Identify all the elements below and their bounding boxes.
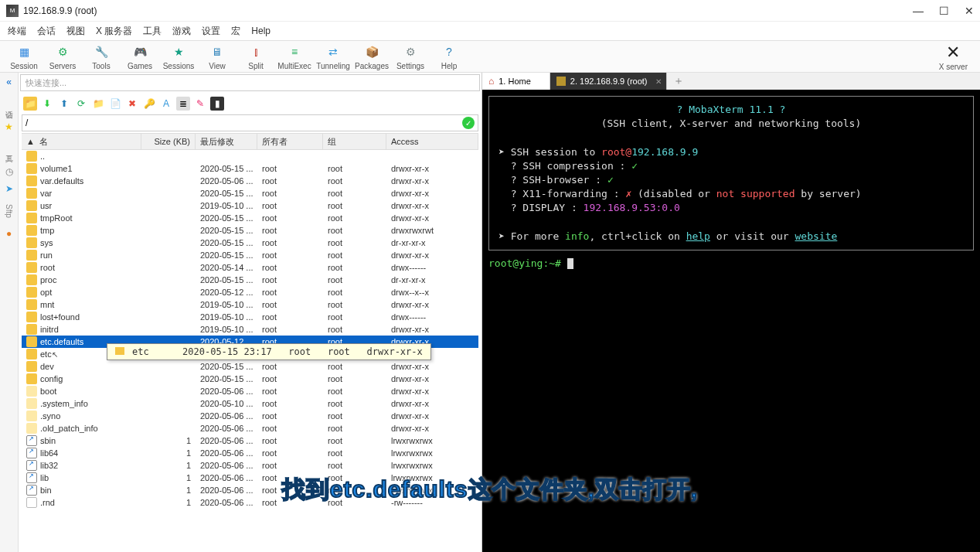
send-icon[interactable]: ➤	[3, 182, 15, 195]
col-group[interactable]: 组	[323, 134, 386, 149]
tool-help[interactable]: ?Help	[430, 41, 468, 72]
file-row[interactable]: initrd2019-05-10 ...rootrootdrwxr-xr-x	[22, 323, 478, 336]
file-row[interactable]: boot2020-05-06 ...rootrootdrwxr-xr-x	[22, 385, 478, 397]
key-icon[interactable]: 🔑	[142, 97, 156, 111]
file-row[interactable]: .system_info2020-05-10 ...rootrootdrwxr-…	[22, 397, 478, 410]
edit-icon[interactable]: ✎	[193, 97, 207, 111]
file-row[interactable]: run2020-05-15 ...rootrootdrwxr-xr-x	[22, 249, 478, 261]
link-icon	[26, 472, 37, 483]
tab-home[interactable]: ⌂1. Home	[482, 73, 550, 90]
file-row[interactable]: volume12020-05-15 ...rootrootdrwxr-xr-x	[22, 162, 478, 175]
terminal-cursor	[567, 258, 573, 269]
multiexec-icon: ≡	[286, 43, 303, 60]
file-row[interactable]: mnt2019-05-10 ...rootrootdrwxr-xr-x	[22, 298, 478, 311]
history-icon[interactable]: ◷	[3, 165, 15, 178]
link-icon	[26, 435, 37, 446]
maximize-button[interactable]: ☐	[939, 5, 949, 17]
menu-item[interactable]: 会话	[37, 25, 56, 38]
close-button[interactable]: ✕	[965, 5, 974, 17]
file-row[interactable]: sbin12020-05-06 ...rootrootlrwxrwxrwx	[22, 434, 478, 447]
menu-item[interactable]: 设置	[202, 25, 220, 38]
tool-servers[interactable]: ⚙Servers	[43, 41, 82, 72]
tool-split[interactable]: ⫿Split	[236, 41, 275, 72]
col-size[interactable]: Size (KB)	[141, 134, 196, 149]
tool-multiexec[interactable]: ≡MultiExec	[275, 41, 314, 72]
col-name[interactable]: ▲名	[22, 134, 141, 149]
star-icon[interactable]: ★	[3, 121, 15, 133]
folder-icon	[26, 312, 37, 322]
side-sftp[interactable]: Sftp	[3, 199, 15, 223]
file-row[interactable]: lib6412020-05-06 ...rootrootlrwxrwxrwx	[22, 447, 478, 459]
help-link[interactable]: help	[686, 230, 710, 242]
delete-icon[interactable]: ✖	[125, 97, 139, 111]
file-row[interactable]: lost+found2019-05-10 ...rootrootdrwx----…	[22, 311, 478, 323]
menu-item[interactable]: 宏	[231, 25, 240, 38]
list-icon[interactable]: ≣	[176, 97, 190, 111]
minimize-button[interactable]: —	[913, 5, 924, 17]
file-row[interactable]: tmp2020-05-15 ...rootrootdrwxrwxrwt	[22, 224, 478, 237]
file-row[interactable]: lib3212020-05-06 ...rootrootlrwxrwxrwx	[22, 459, 478, 472]
split-icon: ⫿	[247, 43, 264, 60]
close-tab-icon[interactable]: ✕	[655, 77, 662, 86]
newfile-icon[interactable]: 📄	[108, 97, 122, 111]
tab-session[interactable]: 2. 192.168.9.9 (root)✕	[550, 73, 667, 90]
menu-item[interactable]: 游戏	[172, 25, 191, 38]
file-row[interactable]: dev2020-05-15 ...rootrootdrwxr-xr-x	[22, 360, 478, 373]
menu-item[interactable]: 终端	[8, 25, 26, 38]
parent-dir-row[interactable]: ..	[22, 150, 478, 162]
menu-item[interactable]: X 服务器	[96, 25, 132, 38]
side-tab-bar: « 会话 ★ 工具 ◷ ➤ Sftp ●	[0, 73, 19, 552]
menu-item[interactable]: 工具	[143, 25, 162, 38]
side-sessions[interactable]: 会话	[3, 93, 15, 116]
sftp-toolbar: 📁 ⬇ ⬆ ⟳ 📁 📄 ✖ 🔑 A ≣ ✎ ▮	[20, 94, 480, 113]
file-row[interactable]: var2020-05-15 ...rootrootdrwxr-xr-x	[22, 187, 478, 199]
file-row[interactable]: opt2020-05-12 ...rootrootdrwx--x--x	[22, 286, 478, 298]
file-row[interactable]: proc2020-05-15 ...rootrootdr-xr-xr-x	[22, 274, 478, 286]
refresh-icon[interactable]: ⟳	[74, 97, 88, 111]
col-owner[interactable]: 所有者	[257, 134, 323, 149]
xserver-indicator[interactable]: ✕ X server	[939, 43, 968, 71]
folder-icon	[26, 324, 37, 335]
tool-sessions[interactable]: ★Sessions	[159, 41, 198, 72]
file-row[interactable]: .old_patch_info2020-05-06 ...rootrootdrw…	[22, 422, 478, 434]
side-tools[interactable]: 工具	[3, 138, 15, 161]
file-row[interactable]: config2020-05-15 ...rootrootdrwxr-xr-x	[22, 373, 478, 385]
folder-up-icon[interactable]: 📁	[23, 97, 37, 111]
upload-icon[interactable]: ⬆	[57, 97, 71, 111]
help-icon: ?	[441, 43, 458, 60]
col-modified[interactable]: 最后修改	[196, 134, 257, 149]
file-row[interactable]: sys2020-05-15 ...rootrootdr-xr-xr-x	[22, 237, 478, 249]
globe-icon[interactable]: ●	[3, 227, 15, 240]
tool-tunneling[interactable]: ⇄Tunneling	[314, 41, 352, 72]
home-icon: ⌂	[488, 76, 494, 87]
tool-view[interactable]: 🖥View	[198, 41, 236, 72]
path-bar[interactable]: ✓	[22, 114, 478, 131]
file-row[interactable]: var.defaults2020-05-06 ...rootrootdrwxr-…	[22, 175, 478, 187]
text-icon[interactable]: A	[159, 97, 173, 111]
tool-packages[interactable]: 📦Packages	[352, 41, 391, 72]
file-row[interactable]: usr2019-05-10 ...rootrootdrwxr-xr-x	[22, 199, 478, 212]
col-access[interactable]: Access	[386, 134, 478, 149]
tool-session[interactable]: ▦Session	[5, 41, 43, 72]
website-link[interactable]: website	[795, 230, 838, 242]
menu-item[interactable]: 视图	[66, 25, 85, 38]
collapse-icon[interactable]: «	[3, 76, 15, 88]
file-list-header: ▲名 Size (KB) 最后修改 所有者 组 Access	[22, 133, 478, 150]
tool-settings[interactable]: ⚙Settings	[391, 41, 430, 72]
folder-lt-icon	[26, 423, 37, 434]
file-row[interactable]: .syno2020-05-06 ...rootrootdrwxr-xr-x	[22, 410, 478, 422]
quick-connect-input[interactable]: 快速连接...	[20, 74, 480, 91]
link-icon	[26, 448, 37, 458]
newfolder-icon[interactable]: 📁	[91, 97, 105, 111]
path-input[interactable]	[26, 118, 462, 128]
add-tab-button[interactable]: ＋	[667, 73, 690, 90]
file-row[interactable]: root2020-05-14 ...rootrootdrwx------	[22, 261, 478, 274]
file-row[interactable]: tmpRoot2020-05-15 ...rootrootdrwxr-xr-x	[22, 212, 478, 224]
tool-tools[interactable]: 🔧Tools	[82, 41, 121, 72]
folder-icon	[26, 188, 37, 199]
download-icon[interactable]: ⬇	[40, 97, 54, 111]
menu-item[interactable]: Help	[251, 26, 271, 36]
tool-games[interactable]: 🎮Games	[121, 41, 159, 72]
folder-icon	[26, 213, 37, 223]
terminal-icon[interactable]: ▮	[210, 97, 224, 111]
